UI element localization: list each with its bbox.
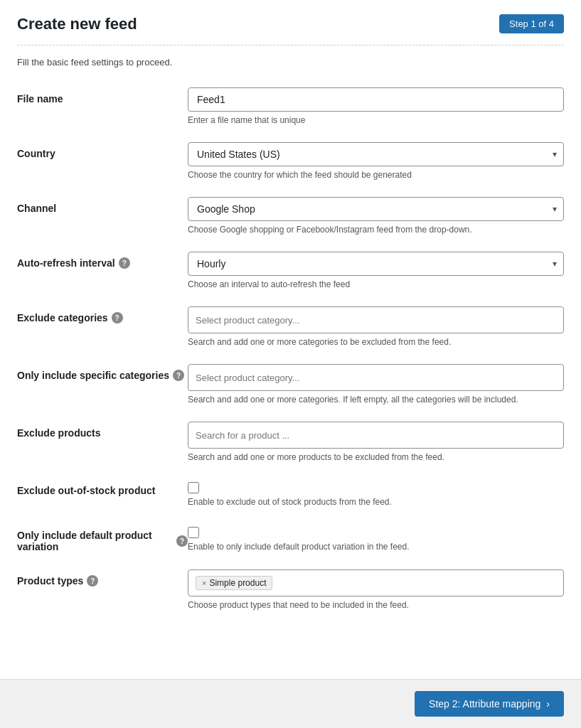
exclude-categories-row: Exclude categories ? Search and add one … — [17, 306, 564, 347]
exclude-products-input[interactable] — [188, 422, 564, 449]
product-type-tag-label: Simple product — [209, 578, 266, 588]
exclude-categories-label-col: Exclude categories ? — [17, 306, 188, 323]
product-type-tag-simple: × Simple product — [196, 576, 272, 590]
step-badge: Step 1 of 4 — [499, 14, 564, 33]
file-name-label: File name — [17, 93, 188, 105]
exclude-out-of-stock-input-col: Enable to exclude out of stock products … — [188, 479, 564, 507]
exclude-categories-search[interactable] — [196, 315, 556, 326]
exclude-products-label-col: Exclude products — [17, 422, 188, 439]
product-types-row: Product types ? × Simple product Choose … — [17, 569, 564, 610]
exclude-products-hint: Search and add one or more products to b… — [188, 452, 564, 462]
next-button-arrow-icon: › — [546, 698, 550, 710]
auto-refresh-label-col: Auto-refresh interval ? — [17, 252, 188, 269]
channel-label-col: Channel — [17, 197, 188, 214]
exclude-categories-hint: Search and add one or more categories to… — [188, 337, 564, 347]
country-hint: Choose the country for which the feed sh… — [188, 170, 564, 180]
exclude-products-row: Exclude products Search and add one or m… — [17, 422, 564, 462]
file-name-input[interactable] — [188, 87, 564, 112]
auto-refresh-select[interactable]: Hourly Daily Weekly Monthly — [188, 252, 564, 276]
channel-input-col: Google Shop Facebook/Instagram ▾ Choose … — [188, 197, 564, 235]
page-wrapper: Create new feed Step 1 of 4 Fill the bas… — [0, 0, 581, 728]
include-default-variation-checkbox-wrapper — [188, 524, 564, 538]
exclude-products-label: Exclude products — [17, 427, 188, 439]
country-input-col: United States (US) United Kingdom (UK) C… — [188, 142, 564, 180]
footer-bar: Step 2: Attribute mapping › — [0, 679, 581, 728]
file-name-label-col: File name — [17, 87, 188, 105]
page-subtitle: Fill the basic feed settings to proceed. — [17, 57, 564, 68]
product-type-tag-remove[interactable]: × — [202, 579, 206, 587]
country-row: Country United States (US) United Kingdo… — [17, 142, 564, 180]
next-step-button-label: Step 2: Attribute mapping — [429, 698, 540, 710]
include-categories-input[interactable] — [188, 364, 564, 391]
include-categories-row: Only include specific categories ? Searc… — [17, 364, 564, 405]
include-categories-label: Only include specific categories ? — [17, 370, 188, 381]
auto-refresh-label: Auto-refresh interval ? — [17, 257, 188, 269]
exclude-products-input-col: Search and add one or more products to b… — [188, 422, 564, 462]
page-title: Create new feed — [17, 15, 137, 33]
include-categories-input-col: Search and add one or more categories. I… — [188, 364, 564, 405]
auto-refresh-help-icon[interactable]: ? — [119, 257, 130, 269]
country-select[interactable]: United States (US) United Kingdom (UK) C… — [188, 142, 564, 166]
exclude-out-of-stock-hint: Enable to exclude out of stock products … — [188, 497, 564, 507]
country-label: Country — [17, 148, 188, 159]
exclude-out-of-stock-label-col: Exclude out-of-stock product — [17, 479, 188, 496]
include-default-variation-input-col: Enable to only include default product v… — [188, 524, 564, 552]
exclude-products-search[interactable] — [196, 430, 556, 441]
product-types-hint: Choose product types that need to be inc… — [188, 600, 564, 610]
include-default-variation-hint: Enable to only include default product v… — [188, 542, 564, 552]
exclude-categories-input-col: Search and add one or more categories to… — [188, 306, 564, 347]
main-content: Create new feed Step 1 of 4 Fill the bas… — [0, 0, 581, 679]
product-types-input-col: × Simple product Choose product types th… — [188, 569, 564, 610]
auto-refresh-input-col: Hourly Daily Weekly Monthly ▾ Choose an … — [188, 252, 564, 289]
file-name-hint: Enter a file name that is unique — [188, 115, 564, 125]
country-label-col: Country — [17, 142, 188, 159]
include-default-variation-label: Only include default product variation ? — [17, 530, 188, 552]
auto-refresh-select-wrapper: Hourly Daily Weekly Monthly ▾ — [188, 252, 564, 276]
product-types-label: Product types ? — [17, 575, 188, 587]
next-step-button[interactable]: Step 2: Attribute mapping › — [415, 691, 564, 717]
exclude-out-of-stock-checkbox[interactable] — [188, 482, 199, 493]
exclude-categories-input[interactable] — [188, 306, 564, 333]
exclude-categories-label: Exclude categories ? — [17, 312, 188, 323]
include-default-variation-help-icon[interactable]: ? — [176, 535, 188, 547]
file-name-input-col: Enter a file name that is unique — [188, 87, 564, 125]
include-default-variation-checkbox[interactable] — [188, 527, 199, 538]
include-categories-label-col: Only include specific categories ? — [17, 364, 188, 381]
channel-label: Channel — [17, 203, 188, 214]
include-categories-help-icon[interactable]: ? — [173, 370, 184, 381]
file-name-row: File name Enter a file name that is uniq… — [17, 87, 564, 125]
exclude-out-of-stock-label: Exclude out-of-stock product — [17, 485, 188, 496]
include-categories-hint: Search and add one or more categories. I… — [188, 395, 564, 405]
channel-select[interactable]: Google Shop Facebook/Instagram — [188, 197, 564, 221]
exclude-categories-help-icon[interactable]: ? — [112, 312, 123, 323]
channel-select-wrapper: Google Shop Facebook/Instagram ▾ — [188, 197, 564, 221]
include-categories-search[interactable] — [196, 373, 556, 383]
auto-refresh-hint: Choose an interval to auto-refresh the f… — [188, 279, 564, 289]
product-types-label-col: Product types ? — [17, 569, 188, 587]
channel-row: Channel Google Shop Facebook/Instagram ▾… — [17, 197, 564, 235]
exclude-out-of-stock-checkbox-wrapper — [188, 479, 564, 493]
include-default-variation-label-col: Only include default product variation ? — [17, 524, 188, 552]
auto-refresh-row: Auto-refresh interval ? Hourly Daily Wee… — [17, 252, 564, 289]
page-header: Create new feed Step 1 of 4 — [17, 14, 564, 46]
channel-hint: Choose Google shopping or Facebook/Insta… — [188, 225, 564, 235]
product-types-help-icon[interactable]: ? — [87, 575, 98, 587]
country-select-wrapper: United States (US) United Kingdom (UK) C… — [188, 142, 564, 166]
product-types-input[interactable]: × Simple product — [188, 569, 564, 596]
include-default-variation-row: Only include default product variation ?… — [17, 524, 564, 552]
exclude-out-of-stock-row: Exclude out-of-stock product Enable to e… — [17, 479, 564, 507]
